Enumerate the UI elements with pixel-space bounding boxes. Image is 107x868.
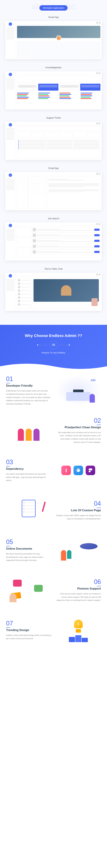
apply-button[interactable] <box>94 234 100 236</box>
table-row[interactable] <box>18 144 99 145</box>
contact-list <box>17 278 31 309</box>
article-list <box>59 92 79 100</box>
feature-06: 06 Pemium Support Fast and accurate supp… <box>6 575 101 606</box>
email-item[interactable] <box>29 182 45 184</box>
stat-card <box>59 132 73 137</box>
email-item[interactable] <box>29 180 45 182</box>
feature-number: 06 <box>56 578 101 586</box>
apply-button[interactable] <box>94 240 100 242</box>
contact-item[interactable] <box>18 282 30 285</box>
sidebar <box>5 273 16 311</box>
job-card[interactable] <box>32 238 100 243</box>
notif-icon[interactable] <box>96 173 98 175</box>
sidebar <box>5 172 16 210</box>
widget <box>17 51 31 58</box>
email-list <box>28 177 46 208</box>
category-card[interactable] <box>59 84 80 91</box>
apps-section: Social App <box>0 14 107 325</box>
feature-04: 04 Lots Of Custom Page Endless comes wit… <box>6 495 101 526</box>
notif-icon[interactable] <box>96 123 98 124</box>
person-icon <box>67 550 72 559</box>
notif-icon[interactable] <box>96 22 98 24</box>
feature-illustration: </> <box>56 375 101 406</box>
feature-number: 04 <box>56 500 101 507</box>
apply-button[interactable] <box>94 245 100 247</box>
contact-item[interactable] <box>18 296 30 299</box>
email-item[interactable] <box>29 192 45 194</box>
folder-item[interactable] <box>18 186 27 188</box>
feature-number: 01 <box>6 375 51 383</box>
feature-title: Online Documents <box>6 547 51 551</box>
post <box>32 51 85 58</box>
notif-icon[interactable] <box>96 72 98 74</box>
user-icon[interactable] <box>99 72 100 74</box>
folder-item[interactable] <box>18 182 27 184</box>
main-video[interactable] <box>33 279 99 302</box>
category-card[interactable] <box>38 84 58 91</box>
table-row[interactable] <box>18 140 99 141</box>
filter-card[interactable] <box>17 248 31 257</box>
folder-item[interactable] <box>18 180 27 182</box>
feature-description: We understand your emotions and so we do… <box>56 431 101 444</box>
table-row[interactable] <box>18 141 99 143</box>
table-row[interactable] <box>18 147 99 148</box>
folder-item[interactable] <box>18 178 27 180</box>
avatar[interactable] <box>56 35 61 41</box>
folder-item[interactable] <box>18 188 27 190</box>
contact-item[interactable] <box>18 292 30 296</box>
table-row[interactable] <box>18 145 99 147</box>
table-row[interactable] <box>18 148 99 150</box>
table-row[interactable] <box>18 143 99 144</box>
topbar <box>16 273 102 276</box>
folder-item[interactable] <box>18 184 27 186</box>
email-item[interactable] <box>29 190 45 192</box>
logo-icon <box>9 22 12 26</box>
filter-card[interactable] <box>17 227 31 237</box>
email-item[interactable] <box>29 178 45 180</box>
notif-icon[interactable] <box>96 274 98 275</box>
desk-icon <box>66 392 90 401</box>
category-card[interactable] <box>80 84 100 91</box>
article-list <box>81 92 100 100</box>
user-icon[interactable] <box>99 22 100 24</box>
job-results <box>32 227 100 258</box>
search-bar[interactable] <box>17 76 100 82</box>
svg-point-0 <box>77 469 80 472</box>
feature-number: 03 <box>6 459 51 466</box>
email-item[interactable] <box>29 184 45 186</box>
user-icon[interactable] <box>99 173 100 175</box>
feature-02: 02 Pixelperfect Clean Design We understa… <box>6 415 101 446</box>
logo-icon <box>9 123 12 127</box>
job-card[interactable] <box>32 227 100 232</box>
job-card[interactable] <box>32 233 100 238</box>
video-person <box>61 285 72 296</box>
why-section: Why Choose Endless Admin ?? 08 Reason To… <box>0 325 107 371</box>
user-icon[interactable] <box>99 223 100 225</box>
contact-item[interactable] <box>18 299 30 303</box>
notif-icon[interactable] <box>96 223 98 225</box>
trophy-icon: 1 <box>72 620 84 633</box>
job-card[interactable] <box>32 244 100 249</box>
chat-bubble-icon <box>13 580 22 587</box>
sidebar <box>5 21 16 59</box>
user-icon[interactable] <box>99 274 100 275</box>
apply-button[interactable] <box>94 251 100 253</box>
user-icon[interactable] <box>99 123 100 124</box>
contact-item[interactable] <box>18 289 30 292</box>
job-card[interactable] <box>32 249 100 254</box>
email-item[interactable] <box>29 188 45 190</box>
widget <box>86 51 100 58</box>
self-video[interactable] <box>91 298 98 306</box>
contact-item[interactable] <box>18 278 30 282</box>
filter-card[interactable] <box>17 238 31 247</box>
logo-icon <box>9 174 12 177</box>
contact-item[interactable] <box>18 285 30 289</box>
person-icon <box>33 429 39 441</box>
category-card[interactable] <box>17 84 37 91</box>
topbar <box>16 172 102 176</box>
features-section: 01 Developer Friendly A Bootstrap 4's & … <box>0 371 107 665</box>
contact-item[interactable] <box>18 303 30 306</box>
feature-illustration <box>6 415 51 446</box>
email-item[interactable] <box>29 186 45 188</box>
apply-button[interactable] <box>94 229 100 231</box>
